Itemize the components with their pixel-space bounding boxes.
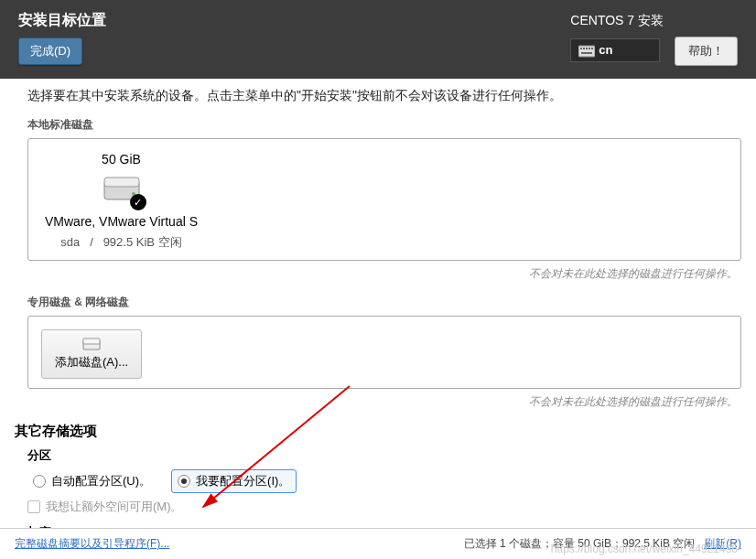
language-code: cn (599, 43, 612, 57)
refresh-link[interactable]: 刷新(R) (704, 536, 741, 552)
svg-rect-0 (578, 46, 595, 57)
local-disks-note: 不会对未在此处选择的磁盘进行任何操作。 (27, 266, 738, 282)
radio-auto-partition[interactable]: 自动配置分区(U)。 (27, 470, 157, 492)
svg-rect-1 (580, 48, 582, 49)
disk-name: VMware, VMware Virtual S (45, 214, 198, 229)
instruction-text: 选择要在其中安装系统的设备。点击主菜单中的"开始安装"按钮前不会对该设备进行任何… (27, 88, 741, 104)
add-disk-icon (82, 338, 101, 350)
svg-rect-11 (83, 339, 100, 344)
add-disk-button[interactable]: 添加磁盘(A)... (41, 329, 142, 379)
svg-rect-3 (586, 48, 588, 49)
svg-rect-5 (591, 48, 593, 49)
disk-item[interactable]: 50 GiB ✓ VMware, VMware Virtual S sda / … (45, 152, 198, 251)
selection-status: 已选择 1 个磁盘；容量 50 GiB；992.5 KiB 空闲 (464, 536, 696, 552)
checkbox-icon (27, 500, 40, 513)
local-disks-container: 50 GiB ✓ VMware, VMware Virtual S sda / … (27, 138, 741, 261)
radio-icon (33, 475, 46, 488)
svg-rect-6 (581, 52, 592, 54)
storage-options-title: 其它存储选项 (15, 423, 741, 440)
content-area: 选择要在其中安装系统的设备。点击主菜单中的"开始安装"按钮前不会对该设备进行任何… (0, 79, 756, 530)
checkbox-extra-space: 我想让额外空间可用(M)。 (27, 499, 741, 515)
svg-rect-2 (583, 48, 585, 49)
svg-rect-8 (104, 177, 139, 187)
language-indicator[interactable]: cn (570, 38, 664, 62)
partition-label: 分区 (27, 447, 741, 464)
radio-icon (178, 475, 190, 488)
local-disks-label: 本地标准磁盘 (27, 117, 741, 133)
radio-manual-partition[interactable]: 我要配置分区(I)。 (171, 469, 297, 493)
svg-rect-4 (589, 48, 590, 49)
keyboard-icon (578, 45, 595, 58)
special-disks-label: 专用磁盘 & 网络磁盘 (27, 295, 741, 310)
disk-size: 50 GiB (45, 152, 198, 167)
header-bar: 安装目标位置 完成(D) CENTOS 7 安装 cn 帮助！ (0, 0, 756, 79)
check-icon: ✓ (130, 194, 146, 210)
disk-summary-link[interactable]: 完整磁盘摘要以及引导程序(F)... (15, 536, 169, 552)
installer-name: CENTOS 7 安装 (570, 13, 664, 29)
special-disks-container: 添加磁盘(A)... (27, 316, 741, 389)
footer-bar: 完整磁盘摘要以及引导程序(F)... 已选择 1 个磁盘；容量 50 GiB；9… (0, 528, 756, 559)
done-button[interactable]: 完成(D) (18, 38, 82, 65)
special-disks-note: 不会对未在此处选择的磁盘进行任何操作。 (27, 394, 738, 410)
help-button[interactable]: 帮助！ (675, 37, 738, 66)
disk-info: sda / 992.5 KiB 空闲 (45, 234, 198, 251)
